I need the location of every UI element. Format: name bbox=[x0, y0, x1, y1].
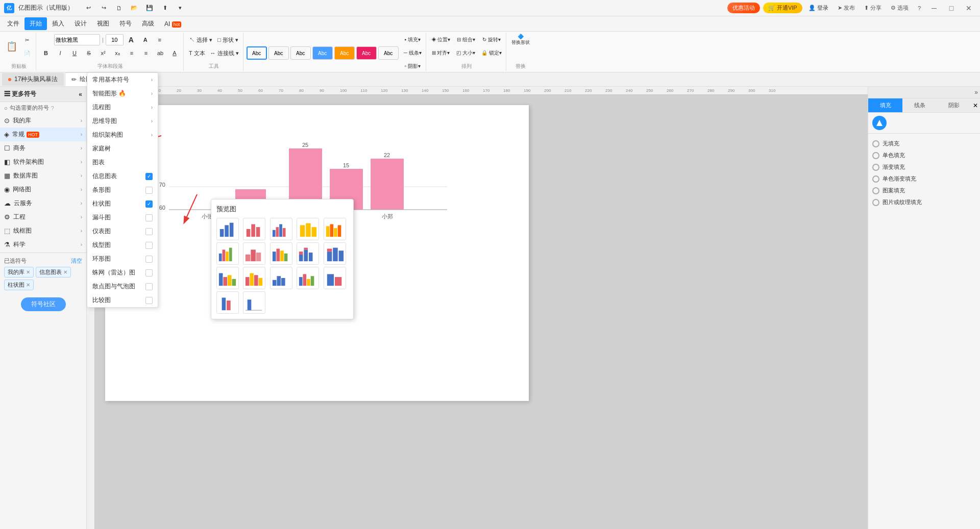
submenu-compare[interactable]: 比较图 bbox=[87, 293, 158, 307]
shadow-btn[interactable]: ▫ 阴影▾ bbox=[402, 60, 424, 72]
preview-cell-6[interactable] bbox=[216, 242, 239, 265]
save-btn[interactable]: 💾 bbox=[143, 2, 156, 14]
font-size-decrease-btn[interactable]: A bbox=[139, 34, 152, 46]
submenu-compare-cb[interactable] bbox=[145, 297, 153, 304]
tag-infograph-remove[interactable]: ✕ bbox=[63, 269, 67, 275]
settings-button[interactable]: ⚙ 选项 bbox=[888, 3, 912, 13]
subscript-btn[interactable]: x₂ bbox=[111, 47, 124, 59]
connect-btn[interactable]: ↔ 连接线 ▾ bbox=[208, 47, 241, 59]
radio-gradient[interactable] bbox=[872, 164, 879, 171]
tag-bar[interactable]: 柱状图 ✕ bbox=[4, 280, 34, 290]
style-btn-4[interactable]: Abc bbox=[312, 46, 333, 60]
fill-option-texture[interactable]: 图片或纹理填充 bbox=[872, 196, 976, 208]
radio-solid-gradient[interactable] bbox=[872, 175, 879, 183]
menu-ai[interactable]: AI hot bbox=[159, 18, 186, 30]
preview-cell-3[interactable] bbox=[270, 218, 292, 240]
sidebar-item-cloud[interactable]: ☁ 云服务 › bbox=[0, 196, 86, 210]
font-size-input[interactable] bbox=[106, 34, 124, 45]
fill-option-solid-gradient[interactable]: 单色渐变填充 bbox=[872, 173, 976, 185]
radio-solid[interactable] bbox=[872, 152, 879, 159]
align-left-btn[interactable]: ≡ bbox=[125, 47, 138, 59]
menu-start[interactable]: 开始 bbox=[24, 17, 47, 30]
submenu-radar-cb[interactable] bbox=[145, 269, 153, 276]
submenu-org[interactable]: 组织架构图 › bbox=[87, 128, 158, 142]
submenu-line-cb[interactable] bbox=[145, 242, 153, 249]
text-btn[interactable]: T 文本 bbox=[187, 47, 207, 59]
share-button[interactable]: ⬆ 分享 bbox=[861, 3, 885, 13]
tab-brainstorm[interactable]: 17种头脑风暴法 bbox=[2, 73, 64, 86]
fill-option-none[interactable]: 无填充 bbox=[872, 138, 976, 149]
vip-button[interactable]: 🛒 开通VIP bbox=[763, 3, 802, 13]
sidebar-item-regular[interactable]: ◈ 常规 HOT › bbox=[0, 128, 86, 141]
cut-btn[interactable]: ✂ bbox=[20, 34, 34, 46]
copy-btn[interactable]: 📄 bbox=[20, 47, 34, 59]
sidebar-item-mylib[interactable]: ⊙ 我的库 › bbox=[0, 114, 86, 128]
preview-cell-10[interactable] bbox=[324, 242, 346, 265]
submenu-scatter[interactable]: 散点图与气泡图 bbox=[87, 280, 158, 293]
sidebar-item-network[interactable]: ◉ 网络图 › bbox=[0, 183, 86, 196]
sidebar-item-business[interactable]: ☐ 商务 › bbox=[0, 141, 86, 155]
preview-cell-8[interactable] bbox=[270, 242, 292, 265]
menu-file[interactable]: 文件 bbox=[2, 17, 24, 30]
submenu-flowchart[interactable]: 流程图 › bbox=[87, 100, 158, 114]
close-btn[interactable]: ✕ bbox=[962, 2, 976, 14]
superscript-btn[interactable]: x² bbox=[96, 47, 110, 59]
sidebar-item-engineering[interactable]: ⚙ 工程 › bbox=[0, 210, 86, 224]
preview-cell-15[interactable] bbox=[324, 267, 346, 289]
maximize-btn[interactable]: □ bbox=[944, 2, 959, 14]
submenu-chart[interactable]: 图表 bbox=[87, 156, 158, 169]
submenu-bar[interactable]: 条形图 bbox=[87, 183, 158, 197]
submenu-gauge[interactable]: 仪表图 bbox=[87, 224, 158, 238]
submenu-funnel[interactable]: 漏斗图 bbox=[87, 211, 158, 224]
menu-design[interactable]: 设计 bbox=[69, 17, 92, 30]
radio-texture[interactable] bbox=[872, 199, 879, 206]
sidebar-item-science[interactable]: ⚗ 科学 › bbox=[0, 238, 86, 251]
align-btn[interactable]: ⊞ 对齐▾ bbox=[429, 47, 453, 59]
style-btn-5[interactable]: Abc bbox=[334, 46, 355, 60]
menu-symbol[interactable]: 符号 bbox=[114, 17, 137, 30]
submenu-column[interactable]: 柱状图 ✓ bbox=[87, 197, 158, 211]
preview-cell-14[interactable] bbox=[297, 267, 319, 289]
menu-insert[interactable]: 插入 bbox=[47, 17, 69, 30]
select-tool-btn[interactable]: ↖ 选择 ▾ bbox=[187, 34, 214, 46]
preview-cell-13[interactable] bbox=[270, 267, 292, 289]
font-align-btn[interactable]: ≡ bbox=[153, 34, 166, 46]
italic-btn[interactable]: I bbox=[54, 47, 67, 59]
preview-cell-9[interactable] bbox=[297, 242, 319, 265]
submenu-radar[interactable]: 蛛网（雷达）图 bbox=[87, 266, 158, 280]
radio-none[interactable] bbox=[872, 140, 879, 147]
preview-cell-7[interactable] bbox=[243, 242, 265, 265]
submenu-line[interactable]: 线型图 bbox=[87, 238, 158, 252]
sidebar-item-software[interactable]: ◧ 软件架构图 › bbox=[0, 155, 86, 169]
menu-advanced[interactable]: 高级 bbox=[137, 17, 159, 30]
help-button[interactable]: ? bbox=[915, 4, 924, 13]
submenu-basic[interactable]: 常用基本符号 › bbox=[87, 73, 158, 87]
rotate-btn[interactable]: ↻ 旋转▾ bbox=[479, 34, 504, 46]
sidebar-item-wireframe[interactable]: ⬚ 线框图 › bbox=[0, 224, 86, 238]
fill-btn[interactable]: ▪ 填充▾ bbox=[402, 34, 424, 46]
style-btn-6[interactable]: Abc bbox=[356, 46, 377, 60]
rp-tab-shadow[interactable]: 阴影 bbox=[937, 98, 971, 112]
align-center-btn[interactable]: ≡ bbox=[139, 47, 153, 59]
login-button[interactable]: 👤 登录 bbox=[805, 3, 831, 13]
paste-btn[interactable]: 📋 bbox=[4, 40, 19, 53]
undo-btn[interactable]: ↩ bbox=[82, 2, 95, 14]
submenu-bar-cb[interactable] bbox=[145, 187, 153, 194]
submenu-ring-cb[interactable] bbox=[145, 256, 153, 263]
preview-cell-16[interactable] bbox=[216, 291, 239, 314]
redo-btn[interactable]: ↪ bbox=[97, 2, 110, 14]
submenu-family[interactable]: 家庭树 bbox=[87, 142, 158, 156]
tag-bar-remove[interactable]: ✕ bbox=[26, 282, 30, 288]
shape-btn[interactable]: □ 形状 ▾ bbox=[215, 34, 240, 46]
submenu-ring[interactable]: 环形图 bbox=[87, 252, 158, 266]
preview-cell-2[interactable] bbox=[243, 218, 265, 240]
font-color-btn[interactable]: ab bbox=[154, 47, 167, 59]
style-btn-3[interactable]: Abc bbox=[290, 46, 311, 60]
preview-cell-11[interactable] bbox=[216, 267, 239, 289]
promo-button[interactable]: 优惠活动 bbox=[727, 3, 760, 13]
style-btn-7[interactable]: Abc bbox=[378, 46, 399, 60]
underline-btn[interactable]: U bbox=[68, 47, 81, 59]
export-btn[interactable]: ⬆ bbox=[158, 2, 172, 14]
submenu-funnel-cb[interactable] bbox=[145, 214, 153, 221]
fill-option-solid[interactable]: 单色填充 bbox=[872, 149, 976, 161]
